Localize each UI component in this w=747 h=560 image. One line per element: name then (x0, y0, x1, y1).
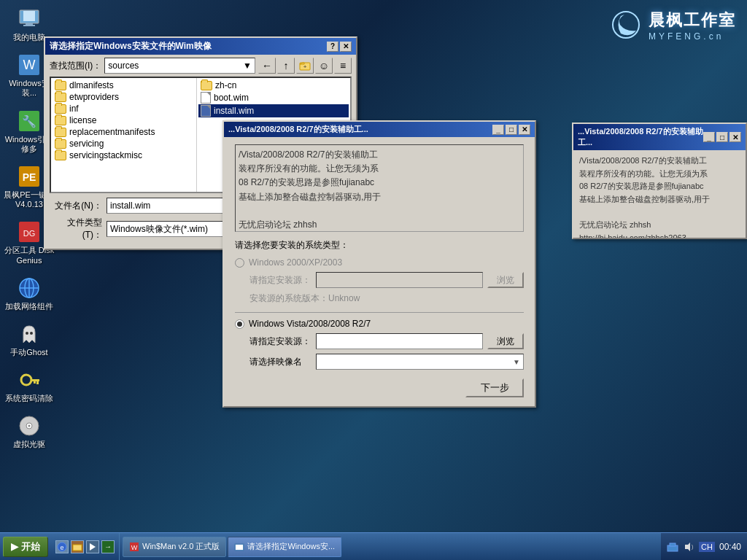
taskbar-quicklaunch: e → (51, 533, 120, 560)
view-btn[interactable]: ☺ (315, 58, 333, 74)
lookup-arrow: ▼ (243, 61, 252, 71)
next-button[interactable]: 下一步 (465, 378, 524, 397)
info-text-line1: /Vista/2008/2008 R2/7的安装辅助工 (579, 155, 740, 168)
my-computer-label: 我的电脑 (13, 33, 45, 42)
source-xp-input (316, 272, 483, 288)
ie-icon: e (57, 542, 67, 552)
folder-replacementmanifests[interactable]: replacementmanifests (53, 126, 195, 138)
desktop-icon-password[interactable]: 系统密码清除 (4, 368, 55, 403)
info-text-line3: 08 R2/7的安装思路是参照fujianabc (579, 180, 740, 193)
main-dialog-content: /Vista/2008/2008 R2/7的安装辅助工 装程序所没有的功能。让您… (224, 137, 535, 406)
filepicker-titlebar-buttons: ? ✕ (327, 42, 352, 52)
folder-dlmanifests[interactable]: dlmanifests (53, 79, 195, 91)
folder-icon-servicing (55, 139, 66, 149)
file-boot-wim[interactable]: boot.wim (198, 91, 349, 104)
info-restore-btn[interactable]: □ (716, 132, 728, 142)
filepicker-help-btn[interactable]: ? (327, 42, 338, 52)
new-folder-btn[interactable]: + (296, 58, 314, 74)
moon-icon (610, 9, 643, 42)
folder-servicing[interactable]: servicing (53, 138, 195, 149)
folder-icon-inf (55, 104, 66, 114)
folder-license[interactable]: license (53, 114, 195, 126)
svg-rect-4 (23, 25, 35, 26)
info-minimize-btn[interactable]: _ (703, 132, 715, 142)
folder-name-zh-cn: zh-cn (215, 80, 236, 90)
details-btn[interactable]: ≡ (334, 58, 352, 74)
folder-name-inf: inf (69, 104, 79, 114)
source-vista-input[interactable] (316, 333, 483, 349)
folder-name-replacementmanifests: replacementmanifests (69, 127, 155, 137)
folder-icon-etwproviders (55, 93, 66, 102)
start-label: 开始 (21, 540, 40, 553)
start-button[interactable]: ▶ 开始 (3, 537, 48, 557)
quicklaunch-icon-4[interactable]: → (101, 540, 115, 553)
desktop-icon-vdrive[interactable]: 虚拟光驱 (4, 414, 55, 449)
source-vista-label: 请指定安装源： (249, 335, 311, 348)
disc-icon-svg (18, 414, 41, 438)
windows-repair-icon: 🔧 (18, 109, 41, 133)
file-icon-install-wim (201, 105, 211, 117)
nav-back-btn[interactable]: ← (258, 58, 276, 74)
tray-lang[interactable]: CH (699, 542, 715, 552)
tray-time: 00:40 (719, 542, 741, 552)
info-line4: 基础上添加整合磁盘控制器驱动,用于 (239, 190, 520, 204)
folder-name-servicing: servicing (69, 139, 104, 149)
info-line3: 08 R2/7的安装思路是参照fujianabc (239, 176, 520, 190)
desktop-icon-network[interactable]: 加载网络组件 (4, 276, 55, 311)
folder-zh-cn[interactable]: zh-cn (198, 79, 349, 91)
dropdown-arrow: ▼ (511, 358, 522, 366)
quicklaunch-icon-1[interactable]: e (55, 540, 69, 553)
svg-rect-20 (31, 379, 39, 381)
svg-text:PE: PE (23, 171, 36, 183)
lookup-dropdown[interactable]: sources ▼ (104, 58, 255, 74)
taskbar-item-winsman[interactable]: W Win$Man v2.0 正式版 (123, 537, 226, 557)
taskbar-item-selectwim[interactable]: 请选择指定Windows安... (228, 537, 341, 557)
folder-inf[interactable]: inf (53, 103, 195, 114)
main-minimize-btn[interactable]: _ (492, 125, 504, 135)
info-panel-title: ...Vista/2008/2008 R2/7的安装辅助工... (578, 126, 703, 148)
quicklaunch-icon-2[interactable] (71, 540, 84, 553)
taskbar-item-winsman-label: Win$Man v2.0 正式版 (142, 541, 220, 552)
next-button-label: 下一步 (481, 381, 509, 394)
password-label: 系统密码清除 (5, 394, 53, 403)
tray-network-icon (667, 541, 678, 553)
svg-point-19 (21, 375, 31, 385)
svg-rect-37 (670, 543, 676, 546)
image-label: 请选择映像名 (249, 356, 311, 368)
radio-xp[interactable] (235, 258, 244, 268)
logo-text: 晨枫工作室 MYFENG.cn (649, 9, 736, 42)
info-close-btn[interactable]: ✕ (729, 132, 741, 142)
diskgenius-icon-svg: DG (18, 220, 41, 244)
info-panel-content: /Vista/2008/2008 R2/7的安装辅助工 装程序所没有的功能。让您… (573, 150, 746, 238)
svg-text:+: + (303, 63, 307, 70)
info-line2: 装程序所没有的功能。让您无须为系 (239, 162, 520, 176)
nav-up-btn[interactable]: ↑ (277, 58, 295, 74)
file-icon-boot-wim (201, 92, 211, 104)
filepicker-close-btn[interactable]: ✕ (340, 42, 352, 52)
main-restore-btn[interactable]: □ (506, 125, 517, 135)
folder-icon-servicingstackmisc (55, 151, 66, 160)
main-close-btn[interactable]: ✕ (519, 125, 530, 135)
network-icon-svg (18, 276, 41, 300)
svg-point-17 (26, 332, 28, 335)
image-dropdown[interactable]: ▼ (316, 354, 524, 370)
source-vista-row: 请指定安装源： 浏览 (235, 333, 524, 349)
file-install-wim[interactable]: install.wim (198, 104, 349, 117)
radio-vista[interactable] (235, 319, 244, 329)
folder-icon-license (55, 116, 66, 125)
image-row: 请选择映像名 ▼ (235, 354, 524, 370)
file-name-install-wim: install.wim (214, 106, 254, 116)
filepicker-title: 请选择指定Windows安装文件的Wim映像 (50, 40, 212, 52)
main-titlebar-buttons: _ □ ✕ (492, 125, 530, 135)
browse-vista-btn[interactable]: 浏览 (487, 333, 524, 349)
ghost-icon (18, 322, 41, 346)
svg-rect-30 (73, 545, 82, 551)
taskbar-items: W Win$Man v2.0 正式版 请选择指定Windows安... (120, 537, 661, 557)
desktop-icon-ghost[interactable]: 手动Ghost (4, 322, 55, 357)
info-forum-label: 无忧启动论坛 zhhsh (579, 219, 740, 232)
folder-servicingstackmisc[interactable]: servicingstackmisc (53, 149, 195, 161)
folder-etwproviders[interactable]: etwproviders (53, 91, 195, 103)
folder-name-servicingstackmisc: servicingstackmisc (69, 150, 142, 160)
quicklaunch-icon-3[interactable] (86, 540, 99, 553)
network-icon (18, 276, 41, 300)
